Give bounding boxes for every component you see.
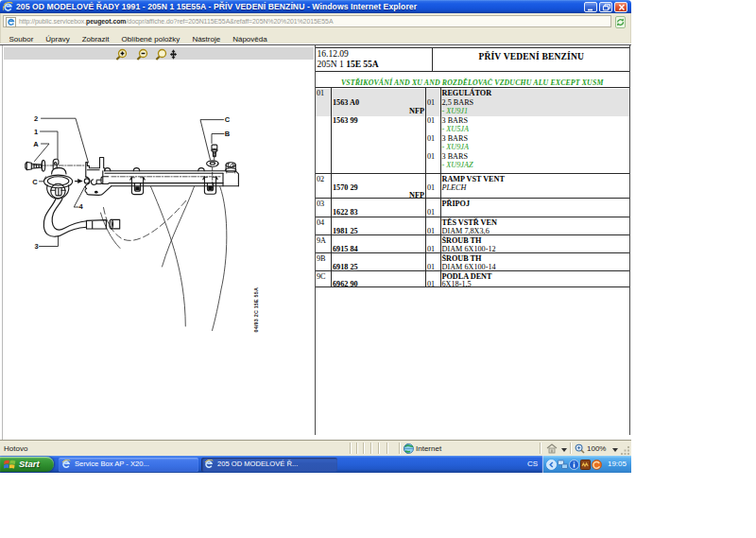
item-number: 04 — [317, 218, 324, 227]
clock[interactable]: 19:05 — [608, 460, 627, 468]
part-description: 6X18-1,5 — [442, 280, 472, 288]
part-description: 3 BARS — [442, 134, 469, 143]
menu-item-2[interactable]: Úpravy — [45, 32, 69, 43]
parts-section-04: 04TĚS VSTŘ VEN1981 2501DIAM 7,8X3,6 — [316, 217, 630, 236]
column-border — [425, 271, 426, 286]
zoom-level-text: 100% — [587, 444, 606, 453]
start-button[interactable]: Start — [0, 457, 54, 473]
column-border — [425, 253, 426, 270]
close-button[interactable] — [614, 2, 627, 12]
ie-icon — [204, 460, 214, 469]
item-number: 9A — [317, 236, 326, 245]
part-number[interactable]: 6962 90 — [333, 280, 358, 288]
browser-window: 205 OD MODELOVÉ ŘADY 1991 - 205N 1 15E55… — [0, 0, 631, 456]
address-input[interactable]: http://public.servicebox.peugeot.com/doc… — [3, 15, 611, 27]
callout-2: 2 — [34, 114, 38, 123]
part-description: ŠROUB TH — [442, 254, 482, 263]
pan-icon[interactable] — [156, 49, 177, 60]
network-icon[interactable] — [558, 460, 568, 470]
callout-a: A — [33, 140, 39, 148]
part-description: DIAM 7,8X3,6 — [442, 227, 490, 235]
bolt-b — [212, 145, 217, 157]
column-border — [331, 217, 332, 235]
quantity: 01 — [427, 208, 435, 217]
quantity: 01 — [427, 263, 435, 271]
part-number[interactable]: 1981 25 — [333, 227, 358, 235]
status-pane-separator — [378, 443, 379, 454]
part-number[interactable]: 1563 A0 — [333, 98, 359, 107]
start-label: Start — [19, 459, 40, 469]
status-bar: Hotovo Internet — [0, 440, 631, 456]
nfp-flag: NFP — [333, 107, 424, 115]
taskbar-button-servicebox[interactable]: Service Box AP - X20... — [59, 458, 198, 472]
app-icon-orange[interactable] — [592, 460, 602, 470]
part-number[interactable]: 1622 83 — [333, 208, 358, 217]
zone-text: Internet — [416, 444, 441, 453]
callout-line-2 — [42, 118, 89, 163]
page-content: 2 1 A C C B 4 3 — [0, 44, 631, 439]
part-number[interactable]: 6915 84 — [333, 245, 358, 253]
item-number: 02 — [317, 175, 324, 183]
parts-section-9A: 9AŠROUB TH6915 8401DIAM 6X100-12 — [316, 235, 630, 253]
column-border — [331, 271, 332, 286]
parts-section-9C: 9CPODLA DENT6962 90016X18-1,5 — [316, 271, 630, 287]
item-number: 03 — [317, 200, 324, 208]
address-bar-row: http://public.servicebox.peugeot.com/doc… — [0, 13, 631, 28]
column-border — [425, 217, 426, 235]
parts-section-03: 03PŘIPOJ1622 8301 — [316, 199, 630, 217]
zoom-in-icon[interactable] — [116, 49, 126, 60]
part-description: PŘIPOJ — [442, 200, 471, 208]
quantity: 01 — [427, 245, 435, 253]
callout-line-b — [212, 134, 224, 144]
menu-item-3[interactable]: Zobrazit — [82, 32, 110, 43]
menu-item-6[interactable]: Nápověda — [232, 32, 266, 43]
doc-date-code: 16.12.09 205N 1 15E 55A — [316, 48, 434, 71]
engine-code: - XU9JA — [442, 143, 469, 151]
task-label: Service Box AP - X20... — [75, 458, 149, 471]
washer-b — [207, 161, 219, 166]
plate-code: 04/93 2C 15E 55A — [253, 287, 259, 333]
status-pane-separator — [540, 443, 541, 454]
zoom-dropdown[interactable] — [612, 448, 618, 452]
fuel-hose — [43, 199, 106, 236]
language-indicator[interactable]: CS — [527, 460, 538, 468]
column-border — [331, 199, 332, 217]
hide-icons-chevron[interactable] — [546, 460, 557, 470]
protected-mode-icon[interactable] — [546, 443, 558, 454]
desktop-canvas: 205 OD MODELOVÉ ŘADY 1991 - 205N 1 15E55… — [0, 0, 756, 538]
menu-item-5[interactable]: Nástroje — [192, 32, 220, 43]
restore-button[interactable] — [599, 2, 612, 12]
doc-code-bold: 15E 55A — [346, 60, 379, 69]
go-button[interactable] — [614, 15, 628, 27]
menu-item-4[interactable]: Oblíbené položky — [122, 32, 180, 43]
part-number[interactable]: 1563 99 — [333, 116, 358, 125]
quantity: 01 — [427, 183, 435, 192]
engine-contour-1 — [101, 213, 121, 249]
zoom-out-icon[interactable] — [137, 49, 146, 60]
part-number[interactable]: 6918 25 — [333, 263, 358, 271]
engine-code: - XU5JA — [442, 125, 469, 133]
menu-item-1[interactable]: Soubor — [9, 32, 34, 43]
callout-4: 4 — [78, 202, 83, 211]
parts-sections: 01REGULÁTOR1563 A0012,5 BARSNFP- XU9J115… — [316, 88, 630, 287]
zoom-level-icon[interactable] — [575, 443, 585, 454]
column-border — [425, 199, 426, 217]
minimize-button[interactable] — [584, 2, 597, 12]
status-text: Hotovo — [4, 444, 27, 453]
info-icon[interactable] — [569, 460, 579, 470]
resize-grip[interactable] — [621, 446, 630, 456]
callout-1: 1 — [34, 128, 38, 136]
ie-icon — [61, 460, 71, 469]
app-icon-brown[interactable] — [580, 460, 591, 470]
protected-mode-dropdown[interactable] — [561, 448, 567, 452]
item-number: 9C — [317, 272, 326, 281]
ie-logo-icon — [3, 2, 13, 12]
callout-c-right: C — [225, 115, 231, 124]
url-domain: peugeot.com — [86, 18, 126, 25]
quantity: 01 — [427, 116, 435, 125]
frame-left-border — [2, 45, 3, 440]
image-toolbar — [4, 47, 314, 60]
engine-contour-2 — [151, 186, 186, 326]
taskbar-button-205[interactable]: 205 OD MODELOVÉ Ř... — [201, 458, 337, 472]
column-border — [331, 253, 332, 270]
